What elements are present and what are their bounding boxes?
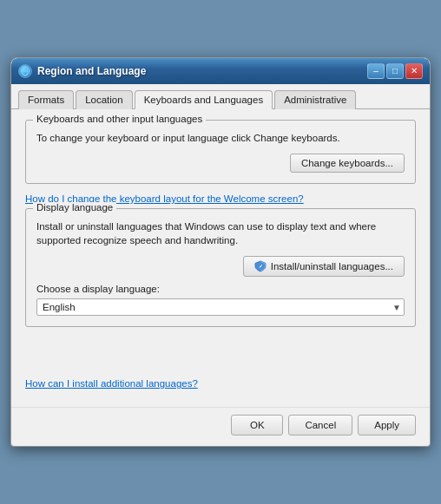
install-languages-link-row: How can I install additional languages? [25, 377, 416, 389]
display-language-desc: Install or uninstall languages that Wind… [36, 219, 405, 247]
title-bar: Region and Language – □ ✕ [11, 58, 430, 84]
tab-keyboards[interactable]: Keyboards and Languages [135, 90, 273, 109]
close-button[interactable]: ✕ [405, 63, 423, 79]
install-uninstall-languages-button[interactable]: ✓ Install/uninstall languages... [243, 256, 405, 277]
ok-button[interactable]: OK [231, 415, 283, 435]
tab-bar: Formats Location Keyboards and Languages… [11, 84, 430, 109]
shield-icon: ✓ [254, 260, 267, 272]
cancel-button[interactable]: Cancel [288, 415, 352, 435]
globe-icon [18, 64, 32, 78]
keyboards-group-label: Keyboards and other input languages [33, 114, 206, 124]
display-language-select[interactable]: English [36, 298, 405, 316]
bottom-buttons-row: OK Cancel Apply [11, 407, 430, 446]
change-keyboards-button[interactable]: Change keyboards... [290, 154, 405, 173]
tab-location[interactable]: Location [76, 90, 132, 109]
region-language-dialog: Region and Language – □ ✕ Formats Locati… [10, 57, 431, 447]
maximize-button[interactable]: □ [386, 63, 404, 79]
svg-text:✓: ✓ [258, 264, 262, 269]
apply-button[interactable]: Apply [358, 415, 416, 435]
tab-administrative[interactable]: Administrative [274, 90, 356, 109]
choose-language-label: Choose a display language: [36, 284, 405, 294]
title-buttons: – □ ✕ [367, 63, 423, 79]
display-language-label: Display language [33, 202, 116, 213]
spacer [25, 336, 416, 370]
install-languages-link[interactable]: How can I install additional languages? [25, 378, 198, 389]
title-left: Region and Language [18, 64, 146, 78]
keyboards-group: Keyboards and other input languages To c… [25, 120, 416, 184]
keyboards-group-desc: To change your keyboard or input languag… [36, 131, 405, 145]
window-title: Region and Language [37, 65, 146, 77]
minimize-button[interactable]: – [367, 63, 385, 79]
install-uninstall-label: Install/uninstall languages... [271, 261, 393, 272]
tab-content: Keyboards and other input languages To c… [11, 109, 430, 407]
display-language-group: Display language Install or uninstall la… [25, 208, 416, 327]
language-select-wrapper: English ▼ [36, 298, 405, 316]
tab-formats[interactable]: Formats [18, 90, 74, 109]
